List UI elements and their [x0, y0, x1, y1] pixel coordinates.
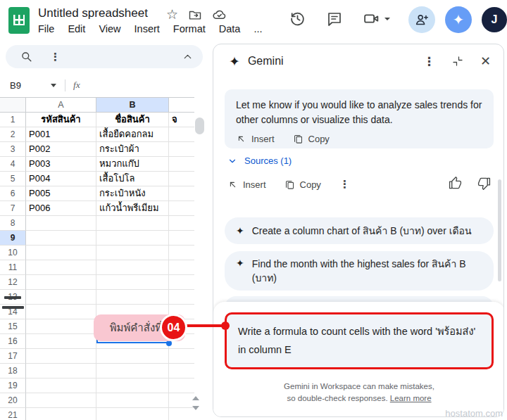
row-header-12[interactable]: 12	[0, 275, 26, 290]
sheet-cell[interactable]: กระเป๋าผ้า	[96, 142, 169, 157]
row-header-9[interactable]: 9	[0, 231, 26, 246]
row-header-2[interactable]: 2	[0, 127, 26, 142]
sheet-cell[interactable]	[169, 275, 194, 290]
sheet-cell[interactable]	[169, 246, 194, 260]
comments-icon[interactable]	[326, 11, 343, 27]
sheet-vertical-scrollbar[interactable]	[195, 117, 204, 134]
sheet-cell[interactable]	[169, 231, 194, 246]
meet-video-icon[interactable]	[363, 10, 390, 27]
sheet-cell[interactable]	[26, 319, 96, 334]
response-more-icon[interactable]: ⋮	[339, 178, 350, 191]
sheet-cell[interactable]: เสื้อยืดคอกลม	[96, 127, 169, 142]
sheet-cell[interactable]: P006	[26, 201, 96, 216]
sheet-cell[interactable]	[26, 364, 96, 378]
sheet-cell[interactable]	[26, 275, 96, 290]
document-title[interactable]: Untitled spreadsheet	[38, 6, 148, 20]
sheet-cell[interactable]	[96, 349, 169, 364]
sheet-cell[interactable]: หมวกแก๊ป	[96, 157, 169, 172]
row-header-15[interactable]: 15	[0, 319, 26, 334]
sheet-cell[interactable]	[26, 393, 96, 408]
row-header-11[interactable]: 11	[0, 260, 26, 275]
account-avatar[interactable]: J	[482, 7, 507, 32]
sheet-cell[interactable]	[96, 364, 169, 378]
row-header-6[interactable]: 6	[0, 186, 26, 201]
insert-button-2[interactable]: Insert	[227, 179, 266, 190]
menu-insert[interactable]: Insert	[134, 23, 160, 34]
sheet-cell[interactable]	[96, 260, 169, 275]
sheet-cell[interactable]	[169, 216, 194, 231]
scroll-down-icon[interactable]	[192, 406, 199, 410]
thumbs-up-icon[interactable]	[449, 177, 462, 190]
row-header-4[interactable]: 4	[0, 157, 26, 172]
sheet-cell[interactable]: แก้วน้ำพรีเมียม	[96, 201, 169, 216]
meet-dropdown-caret[interactable]	[384, 18, 390, 20]
sheet-cell[interactable]: P002	[26, 142, 96, 157]
menu-edit[interactable]: Edit	[68, 23, 85, 34]
sheet-cell[interactable]	[169, 186, 194, 201]
column-header-a[interactable]: A	[26, 97, 96, 113]
sheet-cell[interactable]	[169, 201, 194, 216]
sheet-cell[interactable]	[96, 275, 169, 290]
insert-button[interactable]: Insert	[236, 134, 275, 144]
learn-more-link[interactable]: Learn more	[390, 394, 432, 402]
menu-file[interactable]: File	[38, 23, 54, 34]
row-header-20[interactable]: 20	[0, 393, 26, 408]
sheet-cell[interactable]: P003	[26, 157, 96, 172]
collapse-toolbar-icon[interactable]	[182, 51, 194, 63]
panel-close-icon[interactable]: ✕	[480, 53, 491, 69]
thumbs-down-icon[interactable]	[477, 177, 491, 190]
sheet-cell[interactable]: P001	[26, 127, 96, 142]
sheet-cell[interactable]	[169, 349, 194, 364]
suggestion-chip-2[interactable]: ✦ Find the month with the highest sales …	[225, 251, 494, 291]
menu-data[interactable]: Data	[219, 23, 241, 34]
sheet-cell[interactable]	[96, 378, 169, 393]
suggestion-chip-1[interactable]: ✦ Create a column chart of สินค้า B (บาท…	[225, 217, 494, 244]
sheet-cell[interactable]	[26, 378, 96, 393]
row-header-8[interactable]: 8	[0, 216, 26, 231]
sheet-cell[interactable]	[169, 172, 194, 186]
sheet-cell[interactable]	[96, 216, 169, 231]
sheet-cell[interactable]	[169, 378, 194, 393]
sheet-cell[interactable]: กระเป๋าหนัง	[96, 186, 169, 201]
sheet-cell[interactable]	[26, 305, 96, 319]
panel-popout-icon[interactable]	[451, 55, 464, 68]
menu-format[interactable]: Format	[173, 23, 206, 34]
row-header-21[interactable]: 21	[0, 408, 26, 420]
move-folder-icon[interactable]	[188, 8, 202, 22]
sheet-cell[interactable]	[96, 231, 169, 246]
sheet-cell[interactable]: รหัสสินค้า	[26, 113, 96, 127]
search-icon[interactable]	[20, 50, 33, 63]
sheet-cell[interactable]	[169, 260, 194, 275]
sheet-cell[interactable]	[169, 157, 194, 172]
sheet-scroll-arrows[interactable]	[191, 396, 201, 410]
column-header-b[interactable]: B	[96, 97, 169, 113]
sheet-cell[interactable]	[169, 290, 194, 305]
row-header-7[interactable]: 7	[0, 201, 26, 216]
sheet-cell[interactable]	[26, 290, 96, 305]
sheet-cell[interactable]	[26, 231, 96, 246]
menu-overflow[interactable]: ...	[254, 23, 262, 34]
sheet-cell[interactable]	[26, 246, 96, 260]
gemini-button[interactable]: ✦	[445, 6, 472, 33]
sources-toggle[interactable]: Sources (1)	[227, 155, 292, 166]
sheet-cell[interactable]	[96, 246, 169, 260]
sheet-cell[interactable]	[26, 334, 96, 349]
row-header-17[interactable]: 17	[0, 349, 26, 364]
row-header-18[interactable]: 18	[0, 364, 26, 378]
prompt-input[interactable]: Write a formula to count cells with the …	[225, 312, 494, 369]
cloud-status-icon[interactable]	[212, 7, 227, 22]
sheet-cell[interactable]: P005	[26, 186, 96, 201]
row-header-19[interactable]: 19	[0, 378, 26, 393]
sheet-cell[interactable]	[26, 408, 96, 420]
share-button[interactable]	[408, 6, 435, 33]
sheet-cell[interactable]	[26, 260, 96, 275]
menu-view[interactable]: View	[99, 23, 120, 34]
row-header-16[interactable]: 16	[0, 334, 26, 349]
sheet-cell[interactable]	[169, 142, 194, 157]
sheet-cell[interactable]	[96, 393, 169, 408]
version-history-icon[interactable]	[289, 10, 306, 27]
sheet-cell[interactable]	[96, 408, 169, 420]
row-header-3[interactable]: 3	[0, 142, 26, 157]
sheet-cell[interactable]	[96, 290, 169, 305]
fill-handle[interactable]	[166, 341, 172, 346]
